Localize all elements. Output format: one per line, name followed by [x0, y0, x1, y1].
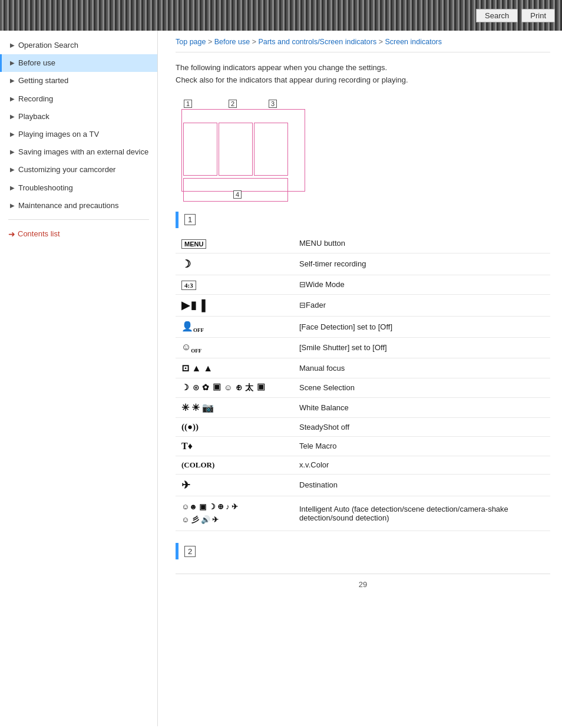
desc-cell: [Smile Shutter] set to [Off]	[293, 337, 550, 358]
arrow-icon: ▶	[10, 148, 15, 156]
arrow-icon: ▶	[10, 166, 15, 174]
desc-cell: Tele Macro	[293, 436, 550, 456]
table-row: MENU MENU button	[176, 234, 550, 253]
sidebar: ▶ Operation Search ▶ Before use ▶ Gettin…	[0, 31, 158, 726]
sidebar-label: Playback	[18, 111, 49, 122]
sidebar-label: Maintenance and precautions	[18, 200, 119, 211]
section-blue-bar-1	[176, 212, 178, 228]
arrow-icon: ▶	[10, 59, 15, 67]
sidebar-item-saving-images[interactable]: ▶ Saving images with an external device	[0, 143, 157, 161]
indicator-table: MENU MENU button ☽ Self-timer recording …	[176, 234, 550, 532]
breadcrumb-top[interactable]: Top page	[176, 38, 206, 46]
43-icon: 4:3	[181, 281, 196, 290]
main-layout: ▶ Operation Search ▶ Before use ▶ Gettin…	[0, 31, 562, 726]
intro-text: The following indicators appear when you…	[176, 62, 550, 87]
icon-cell: ✈	[176, 474, 293, 496]
sidebar-item-operation-search[interactable]: ▶ Operation Search	[0, 37, 157, 54]
icon-cell: (COLOR)	[176, 456, 293, 474]
menu-icon: MENU	[181, 239, 206, 249]
sidebar-label: Before use	[18, 58, 55, 68]
zone-label-1: 1	[184, 100, 192, 108]
breadcrumb-sep2: >	[250, 38, 258, 46]
icon-cell: ((●))	[176, 417, 293, 436]
desc-cell: Destination	[293, 474, 550, 496]
contents-list-link[interactable]: ➜ Contents list	[0, 225, 157, 243]
desc-cell: SteadyShot off	[293, 417, 550, 436]
sidebar-item-getting-started[interactable]: ▶ Getting started	[0, 72, 157, 90]
screen-diagram: 1 2 3 4	[181, 97, 317, 197]
breadcrumb: Top page > Before use > Parts and contro…	[176, 31, 550, 52]
sidebar-item-maintenance[interactable]: ▶ Maintenance and precautions	[0, 197, 157, 215]
table-row: ✳ ☀ 📷 White Balance	[176, 397, 550, 417]
content-area: Top page > Before use > Parts and contro…	[158, 31, 562, 726]
desc-cell: White Balance	[293, 397, 550, 417]
sidebar-item-playing-images-tv[interactable]: ▶ Playing images on a TV	[0, 126, 157, 143]
icon-cell: 4:3	[176, 275, 293, 294]
breadcrumb-before-use[interactable]: Before use	[214, 38, 250, 46]
desc-cell: MENU button	[293, 234, 550, 253]
intro-line2: Check also for the indicators that appea…	[176, 74, 550, 87]
table-row: ▶▮▐ ⊟Fader	[176, 294, 550, 316]
icon-cell: ☽ ⊙ ✿ ▣ ☺ ⊕ 太 ▣	[176, 378, 293, 397]
sidebar-item-troubleshooting[interactable]: ▶ Troubleshooting	[0, 179, 157, 197]
desc-cell: Manual focus	[293, 358, 550, 378]
desc-cell: Intelligent Auto (face detection/scene d…	[293, 496, 550, 531]
table-row: 4:3 ⊟Wide Mode	[176, 275, 550, 294]
arrow-icon: ▶	[10, 130, 15, 139]
icon-cell: ⊡ ▲ ▲	[176, 358, 293, 378]
arrow-icon: ▶	[10, 184, 15, 192]
arrow-icon: ▶	[10, 41, 15, 50]
ia-icons-row2: ☺ 彡 🔊 ✈	[181, 513, 287, 526]
table-row: T♦ Tele Macro	[176, 436, 550, 456]
sidebar-label: Saving images with an external device	[18, 147, 148, 157]
arrow-icon: ▶	[10, 77, 15, 85]
desc-cell: ⊟Fader	[293, 294, 550, 316]
icon-cell: ☺OFF	[176, 337, 293, 358]
breadcrumb-sep3: >	[376, 38, 385, 46]
arrow-icon: ▶	[10, 202, 15, 210]
icon-cell: ▶▮▐	[176, 294, 293, 316]
breadcrumb-parts-controls[interactable]: Parts and controls/Screen indicators	[258, 38, 376, 46]
table-row: ☺OFF [Smile Shutter] set to [Off]	[176, 337, 550, 358]
desc-cell: x.v.Color	[293, 456, 550, 474]
icon-cell: MENU	[176, 234, 293, 253]
sidebar-item-recording[interactable]: ▶ Recording	[0, 90, 157, 108]
sidebar-label: Recording	[18, 94, 53, 104]
print-button[interactable]: Print	[521, 9, 555, 22]
intro-line1: The following indicators appear when you…	[176, 62, 550, 74]
section-blue-bar-2	[176, 543, 178, 559]
table-row: ☺☻ ▣ ☽ ⊕ ♪ ✈ ☺ 彡 🔊 ✈ Intelligent Auto (f…	[176, 496, 550, 531]
arrow-icon: ▶	[10, 95, 15, 103]
icon-cell: T♦	[176, 436, 293, 456]
contents-list-arrow-icon: ➜	[8, 229, 15, 239]
search-button[interactable]: Search	[476, 9, 518, 22]
zone-label-3: 3	[269, 100, 277, 108]
breadcrumb-sep1: >	[206, 38, 214, 46]
section-1-indicator: 1	[176, 212, 550, 228]
zone-1	[183, 123, 217, 176]
sidebar-label: Getting started	[18, 75, 68, 86]
breadcrumb-screen-indicators[interactable]: Screen indicators	[385, 38, 442, 46]
sidebar-label: Customizing your camcorder	[18, 164, 115, 175]
icon-cell: 👤OFF	[176, 316, 293, 337]
header-stripe: Search Print	[0, 0, 562, 31]
desc-cell: Self-timer recording	[293, 253, 550, 275]
desc-cell: ⊟Wide Mode	[293, 275, 550, 294]
zone-label-4: 4	[233, 190, 242, 199]
screen-outer-box	[181, 109, 305, 192]
sidebar-item-before-use[interactable]: ▶ Before use	[0, 54, 157, 72]
sidebar-label: Playing images on a TV	[18, 129, 99, 140]
table-row: 👤OFF [Face Detection] set to [Off]	[176, 316, 550, 337]
section-2-indicator: 2	[176, 543, 550, 559]
sidebar-label: Troubleshooting	[18, 183, 73, 193]
table-row: ✈ Destination	[176, 474, 550, 496]
arrow-icon: ▶	[10, 113, 15, 121]
sidebar-item-customizing[interactable]: ▶ Customizing your camcorder	[0, 161, 157, 179]
sidebar-item-playback[interactable]: ▶ Playback	[0, 108, 157, 126]
zone-2	[219, 123, 253, 176]
icon-cell: ☺☻ ▣ ☽ ⊕ ♪ ✈ ☺ 彡 🔊 ✈	[176, 496, 293, 531]
ia-icons-row1: ☺☻ ▣ ☽ ⊕ ♪ ✈	[181, 500, 287, 513]
section-num-2: 2	[184, 546, 196, 557]
zone-label-2: 2	[229, 100, 237, 108]
table-row: (COLOR) x.v.Color	[176, 456, 550, 474]
